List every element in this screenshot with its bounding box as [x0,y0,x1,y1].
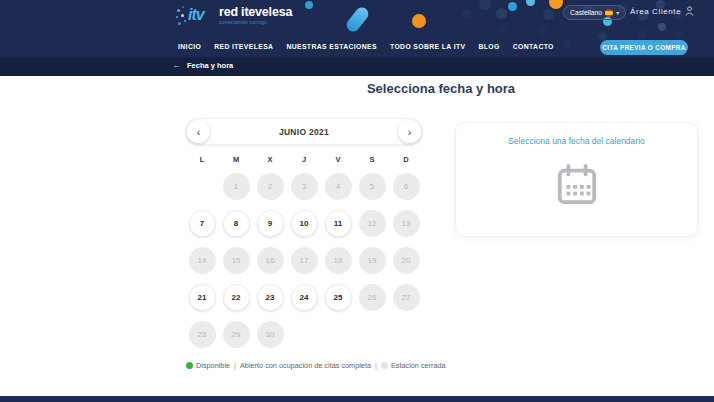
next-month-button[interactable]: › [398,120,421,143]
legend-label: Disponible [196,361,230,370]
legend-separator: | [234,361,236,370]
calendar-header: ‹ JUNIO 2021 › [185,118,423,145]
calendar-day[interactable]: 25 [325,284,352,311]
day-cell: 1 [219,173,253,200]
footer-bar [0,396,714,402]
brand-tagline: conectamos contigo [219,20,292,25]
day-cell: 6 [389,173,423,200]
breadcrumb: ← Fecha y hora [172,60,233,70]
nav-item[interactable]: BLOG [478,43,499,50]
day-cell: 13 [389,210,423,237]
nav-item[interactable]: INICIO [178,43,201,50]
calendar-day[interactable]: 9 [257,210,284,237]
calendar-day: 14 [189,247,216,274]
calendar-day[interactable]: 23 [257,284,284,311]
nav-item[interactable]: TODO SOBRE LA ITV [390,43,466,50]
spain-flag-icon [605,9,613,17]
nav-item[interactable]: CONTACTO [513,43,554,50]
day-cell: 5 [355,173,389,200]
cita-previa-button[interactable]: CITA PREVIA O COMPRA [600,40,688,55]
calendar-day: 28 [189,321,216,348]
calendar-grid: 1234567891011121314151617181920212223242… [185,173,423,348]
day-cell: 23 [253,284,287,311]
weekday-label: X [253,155,287,164]
legend-separator: | [375,361,377,370]
breadcrumb-label: Fecha y hora [187,61,233,70]
calendar-day[interactable]: 11 [325,210,352,237]
weekday-label: D [389,155,423,164]
day-cell: 26 [355,284,389,311]
day-cell: 15 [219,247,253,274]
day-cell: 12 [355,210,389,237]
calendar-day: 30 [257,321,284,348]
page-title: Selecciona fecha y hora [185,81,697,96]
day-cell: 4 [321,173,355,200]
panel-message: Selecciona una fecha del calendario [456,136,697,146]
calendar-day[interactable]: 8 [223,210,250,237]
language-selector[interactable]: Castellano ▾ [563,5,626,20]
nav-menu: INICIORED ITEVELESANUESTRAS ESTACIONESTO… [178,36,554,57]
calendar-day: 13 [393,210,420,237]
calendar-day: 3 [291,173,318,200]
day-cell: 17 [287,247,321,274]
day-cell: 30 [253,321,287,348]
day-cell: 20 [389,247,423,274]
day-cell: 22 [219,284,253,311]
day-cell: 10 [287,210,321,237]
calendar-day: 20 [393,247,420,274]
calendar-day[interactable]: 21 [189,284,216,311]
logo[interactable]: itv red itevelesa conectamos contigo [175,5,292,31]
itv-logo-icon: itv [175,5,217,31]
day-cell: 14 [185,247,219,274]
calendar-day: 6 [393,173,420,200]
nav-item[interactable]: NUESTRAS ESTACIONES [286,43,377,50]
calendar-day[interactable]: 7 [189,210,216,237]
back-arrow-icon[interactable]: ← [172,60,181,70]
weekday-label: M [219,155,253,164]
calendar-day: 12 [359,210,386,237]
calendar-day: 26 [359,284,386,311]
day-cell: 28 [185,321,219,348]
calendar-day: 2 [257,173,284,200]
calendar-day: 15 [223,247,250,274]
area-cliente-label: Área Cliente [630,7,681,16]
calendar-day: 18 [325,247,352,274]
weekday-label: L [185,155,219,164]
day-cell: 9 [253,210,287,237]
day-cell: 27 [389,284,423,311]
grey-dot-icon [381,362,388,369]
day-cell: 11 [321,210,355,237]
day-cell [185,173,219,200]
calendar-day: 19 [359,247,386,274]
calendar-day: 16 [257,247,284,274]
weekday-label: J [287,155,321,164]
calendar-widget: ‹ JUNIO 2021 › LMXJVSD 12345678910111213… [185,118,423,348]
weekday-label: S [355,155,389,164]
day-cell: 7 [185,210,219,237]
month-label: JUNIO 2021 [279,127,329,137]
nav-item[interactable]: RED ITEVELESA [214,43,273,50]
calendar-day[interactable]: 10 [291,210,318,237]
calendar-icon [456,162,697,206]
calendar-day: 5 [359,173,386,200]
calendar-day[interactable]: 24 [291,284,318,311]
green-dot-icon [186,362,193,369]
language-label: Castellano [570,9,602,16]
day-cell: 18 [321,247,355,274]
area-cliente-link[interactable]: Área Cliente [630,6,694,16]
day-cell: 29 [219,321,253,348]
calendar-day[interactable]: 22 [223,284,250,311]
prev-month-button[interactable]: ‹ [187,120,210,143]
brand-name: red itevelesa [219,5,292,19]
weekday-row: LMXJVSD [185,155,423,164]
day-cell: 25 [321,284,355,311]
calendar-day: 17 [291,247,318,274]
chevron-down-icon: ▾ [616,9,619,16]
day-cell: 3 [287,173,321,200]
day-cell: 16 [253,247,287,274]
day-cell: 19 [355,247,389,274]
breadcrumb-bar [0,57,714,76]
day-cell: 2 [253,173,287,200]
calendar-day: 4 [325,173,352,200]
calendar-day: 27 [393,284,420,311]
